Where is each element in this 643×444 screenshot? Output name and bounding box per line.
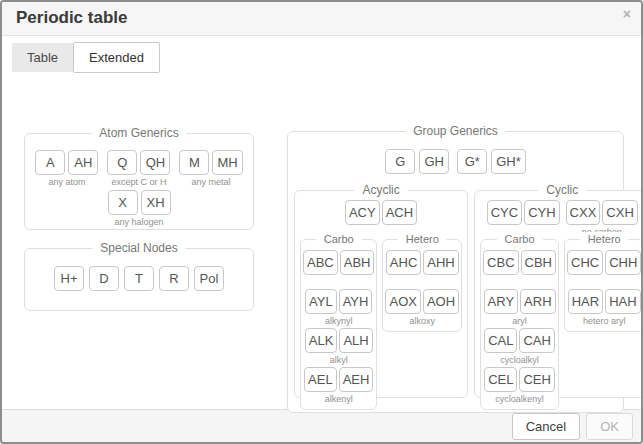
alkoxy-label: alkoxy: [410, 316, 436, 328]
ayl-button[interactable]: AYL: [305, 289, 337, 314]
row-group: ARY ARH aryl: [483, 289, 556, 328]
r-button[interactable]: R: [159, 266, 189, 291]
x-button[interactable]: X: [108, 190, 138, 215]
aox-button[interactable]: AOX: [385, 289, 420, 314]
row-group: CHC CHH: [567, 250, 641, 289]
alk-button[interactable]: ALK: [305, 328, 338, 353]
alh-button[interactable]: ALH: [339, 328, 372, 353]
row-group: ALK ALH alkyl: [303, 328, 374, 367]
hah-button[interactable]: HAH: [605, 289, 640, 314]
cyclic-hetero-section: Hetero CHC CHH HAR: [564, 239, 643, 332]
any-metal-label: any metal: [191, 177, 230, 189]
cyc-button[interactable]: CYC: [487, 200, 522, 225]
cbh-button[interactable]: CBH: [521, 250, 556, 275]
acyclic-carbo-legend: Carbo: [316, 232, 362, 247]
abh-button[interactable]: ABH: [340, 250, 375, 275]
cyclic-section: Cyclic CYC CYH CXX CXH: [474, 190, 643, 398]
aeh-button[interactable]: AEH: [339, 367, 374, 392]
except-c-h-label: except C or H: [111, 177, 166, 189]
alkyl-label: alkyl: [330, 355, 348, 367]
cyclic-hetero-legend: Hetero: [580, 232, 629, 247]
any-metal-group: M MH any metal: [179, 150, 242, 189]
ah-button[interactable]: AH: [68, 150, 98, 175]
xh-button[interactable]: XH: [141, 190, 171, 215]
cyclic-legend: Cyclic: [538, 183, 586, 198]
tab-bar: Table Extended: [12, 42, 160, 73]
close-icon[interactable]: ×: [623, 7, 631, 21]
group-generics-section: Group Generics G GH G* GH* Acyclic: [287, 131, 624, 413]
tab-table[interactable]: Table: [12, 43, 73, 72]
a-button[interactable]: A: [35, 150, 65, 175]
tab-extended[interactable]: Extended: [73, 42, 160, 73]
ahh-button[interactable]: AHH: [423, 250, 458, 275]
m-button[interactable]: M: [179, 150, 209, 175]
cel-button[interactable]: CEL: [484, 367, 517, 392]
g-star-button[interactable]: G*: [457, 149, 487, 174]
any-atom-label: any atom: [48, 177, 85, 189]
chc-button[interactable]: CHC: [567, 250, 603, 275]
dialog-title: Periodic table: [16, 8, 627, 28]
t-button[interactable]: T: [124, 266, 154, 291]
ok-button[interactable]: OK: [586, 413, 633, 440]
gh-button[interactable]: GH: [419, 149, 449, 174]
cancel-button[interactable]: Cancel: [512, 413, 580, 440]
acy-button[interactable]: ACY: [345, 200, 380, 225]
except-c-h-group: Q QH except C or H: [107, 150, 170, 189]
arh-button[interactable]: ARH: [520, 289, 555, 314]
cxh-button[interactable]: CXH: [602, 200, 637, 225]
ael-button[interactable]: AEL: [304, 367, 337, 392]
cxx-button[interactable]: CXX: [566, 200, 601, 225]
any-halogen-group: X XH any halogen: [108, 190, 171, 229]
q-button[interactable]: Q: [107, 150, 137, 175]
cyclic-carbo-section: Carbo CBC CBH ARY: [480, 239, 559, 410]
row-group: CAL CAH cycloalkyl: [483, 328, 556, 367]
cycloalkyl-label: cycloalkyl: [500, 355, 539, 367]
mh-button[interactable]: MH: [212, 150, 242, 175]
any-halogen-label: any halogen: [114, 217, 163, 229]
acyclic-carbo-section: Carbo ABC ABH AYL: [300, 239, 377, 410]
ceh-button[interactable]: CEH: [519, 367, 554, 392]
row-group: AYL AYH alkynyl: [303, 289, 374, 328]
har-button[interactable]: HAR: [568, 289, 603, 314]
acyclic-section: Acyclic ACY ACH Carbo: [294, 190, 468, 398]
row-group: CEL CEH cycloalkenyl: [483, 367, 556, 406]
dialog-body: Table Extended Atom Generics A AH any at…: [2, 36, 641, 409]
d-button[interactable]: D: [89, 266, 119, 291]
row-group: CBC CBH: [483, 250, 556, 289]
acyclic-hetero-section: Hetero AHC AHH AOX: [382, 239, 462, 332]
g-button[interactable]: G: [385, 149, 415, 174]
special-nodes-section: Special Nodes H+ D T R Pol: [24, 248, 254, 311]
periodic-table-dialog: Periodic table × Table Extended Atom Gen…: [0, 0, 643, 444]
row-group: HAR HAH hetero aryl: [567, 289, 641, 328]
alkenyl-label: alkenyl: [325, 394, 353, 406]
abc-button[interactable]: ABC: [303, 250, 338, 275]
acyclic-legend: Acyclic: [354, 183, 407, 198]
h-plus-button[interactable]: H+: [54, 266, 84, 291]
ayh-button[interactable]: AYH: [339, 289, 373, 314]
dialog-header: Periodic table ×: [2, 2, 641, 36]
row-group: ABC ABH: [303, 250, 374, 289]
cah-button[interactable]: CAH: [519, 328, 554, 353]
ary-button[interactable]: ARY: [484, 289, 519, 314]
row-group: AOX AOH alkoxy: [385, 289, 459, 328]
cbc-button[interactable]: CBC: [483, 250, 518, 275]
cal-button[interactable]: CAL: [484, 328, 517, 353]
acyclic-hetero-legend: Hetero: [398, 232, 447, 247]
atom-generics-section: Atom Generics A AH any atom Q QH except …: [24, 133, 254, 230]
chh-button[interactable]: CHH: [605, 250, 641, 275]
aryl-label: aryl: [512, 316, 527, 328]
alkynyl-label: alkynyl: [325, 316, 353, 328]
pol-button[interactable]: Pol: [194, 266, 224, 291]
qh-button[interactable]: QH: [140, 150, 170, 175]
cycloalkenyl-label: cycloalkenyl: [495, 394, 544, 406]
aoh-button[interactable]: AOH: [423, 289, 459, 314]
ahc-button[interactable]: AHC: [386, 250, 421, 275]
any-atom-group: A AH any atom: [35, 150, 98, 189]
gh-star-button[interactable]: GH*: [491, 149, 526, 174]
ach-button[interactable]: ACH: [382, 200, 417, 225]
cyh-button[interactable]: CYH: [524, 200, 559, 225]
row-group: AEL AEH alkenyl: [303, 367, 374, 406]
atom-generics-legend: Atom Generics: [91, 126, 186, 141]
dialog-footer: Cancel OK: [2, 409, 641, 442]
cyclic-carbo-legend: Carbo: [497, 232, 543, 247]
